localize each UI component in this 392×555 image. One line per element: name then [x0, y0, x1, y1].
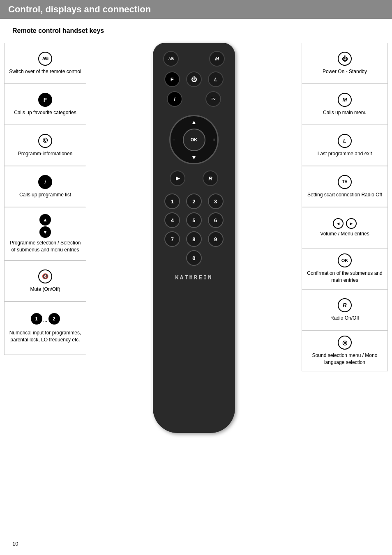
num-9[interactable]: 9: [208, 231, 224, 247]
power-text: Power On - Standby: [323, 68, 367, 75]
favourite-text: Calls up favourite categories: [14, 109, 76, 116]
arrows-icon: ▲ ▼: [39, 214, 51, 238]
mute-text: Mute (On/Off): [30, 286, 60, 293]
num-5[interactable]: 5: [186, 212, 202, 228]
l-button[interactable]: L: [208, 71, 224, 87]
f-icon: F: [38, 93, 52, 107]
num-3[interactable]: 3: [208, 193, 224, 209]
page-header: Control, displays and connection: [0, 0, 392, 19]
remote-third-row: i TV: [157, 91, 231, 107]
nav-pad-outer: ▲ ▼ – + OK: [169, 115, 219, 164]
main-layout: A/B Switch over of the remote control F …: [0, 43, 392, 433]
play-button[interactable]: ▶: [170, 170, 185, 186]
sound-text: Sound selection menu / Mono language sel…: [305, 352, 384, 366]
num-7[interactable]: 7: [164, 231, 180, 247]
remote-top-row: A/B M: [157, 51, 231, 67]
scart-text: Setting scart connection Radio Off: [307, 191, 382, 198]
label-sound: ◎ Sound selection menu / Mono language s…: [302, 330, 388, 371]
prog-selection-text: Programme selection / Selection of subme…: [8, 240, 83, 253]
power-button[interactable]: ⏻: [186, 71, 202, 87]
label-scart: TV Setting scart connection Radio Off: [302, 166, 388, 207]
vol-left-icon: ◄: [333, 218, 344, 229]
vol-right-icon: ►: [346, 218, 357, 229]
num-1[interactable]: 1: [164, 193, 180, 209]
label-programme-info: Ⓒ Programm-informationen: [4, 125, 86, 166]
tv-icon: TV: [338, 175, 352, 189]
r-button[interactable]: R: [203, 170, 218, 186]
r-icon: R: [338, 298, 352, 312]
nav-pad: ▲ ▼ – + OK: [169, 115, 219, 164]
ab-icon: A/B: [38, 52, 52, 66]
label-programme-list: i Calls up programme list: [4, 166, 86, 207]
programme-list-text: Calls up programme list: [19, 191, 71, 198]
label-radio: R Radio On/Off: [302, 289, 388, 330]
switch-over-text: Switch over of the remote control: [9, 68, 81, 75]
sound-icon: ◎: [338, 336, 352, 350]
num-6[interactable]: 6: [208, 212, 224, 228]
label-favourite: F Calls up favourite categories: [4, 84, 86, 125]
volume-icons: ◄ ►: [333, 218, 357, 229]
label-numeric: 1 … 2 Numerical input for programmes, pa…: [4, 302, 86, 355]
m-top-button[interactable]: M: [209, 51, 225, 67]
main-menu-text: Calls up main menu: [323, 109, 367, 116]
label-last-prog: L Last programme and exit: [302, 125, 388, 166]
power-icon: ⏻: [338, 52, 352, 66]
numeric-text: Numerical input for programmes, parental…: [8, 329, 83, 343]
ab-button[interactable]: A/B: [163, 51, 179, 67]
menu-m-icon: M: [338, 93, 352, 107]
section-title: Remote control handset keys: [12, 27, 380, 35]
num-0[interactable]: 0: [186, 250, 202, 266]
label-confirmation: OK Confirmation of the submenus and main…: [302, 248, 388, 289]
numeric-icon: 1 … 2: [31, 313, 60, 327]
num-2[interactable]: 2: [186, 193, 202, 209]
num-8[interactable]: 8: [186, 231, 202, 247]
remote-second-row: F ⏻ L: [157, 71, 231, 87]
label-volume: ◄ ► Volume / Menu entries: [302, 207, 388, 248]
nav-down-arrow[interactable]: ▼: [191, 154, 197, 161]
confirmation-text: Confirmation of the submenus and main en…: [305, 270, 384, 284]
mute-icon: 🔇: [38, 269, 52, 283]
f-button[interactable]: F: [164, 71, 180, 87]
remote-bottom-media-row: ▶ R: [157, 170, 231, 186]
num-4[interactable]: 4: [164, 212, 180, 228]
tv-button[interactable]: TV: [205, 91, 221, 107]
label-switch-over: A/B Switch over of the remote control: [4, 43, 86, 84]
l-icon: L: [338, 134, 352, 148]
label-mute: 🔇 Mute (On/Off): [4, 260, 86, 302]
volume-text: Volume / Menu entries: [320, 230, 369, 237]
nav-up-arrow[interactable]: ▲: [191, 119, 197, 125]
label-power: ⏻ Power On - Standby: [302, 43, 388, 84]
label-main-menu: M Calls up main menu: [302, 84, 388, 125]
nav-left-label: –: [173, 137, 175, 142]
remote-body: A/B M F ⏻ L i TV ▲ ▼ – +: [153, 43, 235, 433]
right-labels: ⏻ Power On - Standby M Calls up main men…: [302, 43, 388, 371]
left-labels: A/B Switch over of the remote control F …: [4, 43, 86, 355]
spacer: [186, 91, 202, 107]
programme-info-text: Programm-informationen: [18, 150, 73, 157]
c-icon: Ⓒ: [38, 134, 52, 148]
number-grid: 1 2 3 4 5 6 7 8 9 0: [157, 193, 231, 266]
page-title: Control, displays and connection: [8, 4, 384, 15]
i-button[interactable]: i: [167, 91, 182, 107]
radio-text: Radio On/Off: [330, 315, 359, 322]
label-prog-selection: ▲ ▼ Programme selection / Selection of s…: [4, 207, 86, 260]
remote-center: A/B M F ⏻ L i TV ▲ ▼ – +: [86, 43, 302, 433]
nav-right-label: +: [213, 137, 215, 142]
last-prog-text: Last programme and exit: [318, 150, 372, 157]
ok-icon: OK: [338, 253, 352, 267]
brand-text: KATHREIN: [175, 274, 212, 281]
ok-button[interactable]: OK: [183, 129, 205, 151]
i-icon: i: [38, 175, 52, 189]
page-number: 10: [12, 541, 18, 547]
